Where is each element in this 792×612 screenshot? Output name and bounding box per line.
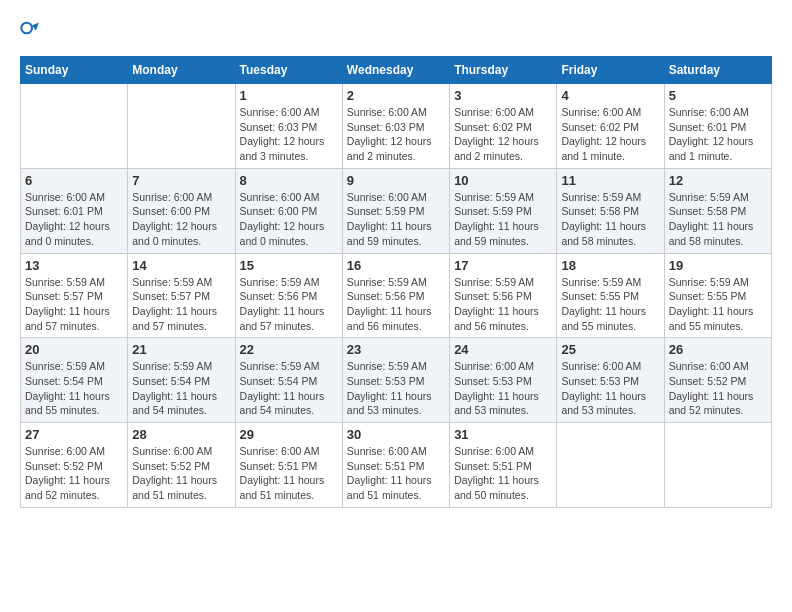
day-number: 28 (132, 427, 230, 442)
day-number: 13 (25, 258, 123, 273)
day-info: Sunrise: 6:00 AM Sunset: 5:53 PM Dayligh… (561, 359, 659, 418)
calendar-day-cell: 19Sunrise: 5:59 AM Sunset: 5:55 PM Dayli… (664, 253, 771, 338)
day-info: Sunrise: 6:00 AM Sunset: 6:03 PM Dayligh… (347, 105, 445, 164)
day-number: 18 (561, 258, 659, 273)
day-number: 3 (454, 88, 552, 103)
day-number: 9 (347, 173, 445, 188)
page-header (20, 20, 772, 40)
calendar-day-cell: 3Sunrise: 6:00 AM Sunset: 6:02 PM Daylig… (450, 84, 557, 169)
day-number: 12 (669, 173, 767, 188)
day-info: Sunrise: 6:00 AM Sunset: 5:51 PM Dayligh… (240, 444, 338, 503)
day-info: Sunrise: 6:00 AM Sunset: 6:00 PM Dayligh… (240, 190, 338, 249)
day-number: 21 (132, 342, 230, 357)
day-number: 7 (132, 173, 230, 188)
calendar-day-cell (21, 84, 128, 169)
calendar-day-cell: 31Sunrise: 6:00 AM Sunset: 5:51 PM Dayli… (450, 423, 557, 508)
calendar-day-cell: 28Sunrise: 6:00 AM Sunset: 5:52 PM Dayli… (128, 423, 235, 508)
day-info: Sunrise: 6:00 AM Sunset: 5:52 PM Dayligh… (25, 444, 123, 503)
header-wednesday: Wednesday (342, 57, 449, 84)
day-info: Sunrise: 6:00 AM Sunset: 5:51 PM Dayligh… (347, 444, 445, 503)
calendar-day-cell: 4Sunrise: 6:00 AM Sunset: 6:02 PM Daylig… (557, 84, 664, 169)
day-info: Sunrise: 6:00 AM Sunset: 5:59 PM Dayligh… (347, 190, 445, 249)
header-monday: Monday (128, 57, 235, 84)
day-info: Sunrise: 5:59 AM Sunset: 5:56 PM Dayligh… (347, 275, 445, 334)
header-saturday: Saturday (664, 57, 771, 84)
day-info: Sunrise: 6:00 AM Sunset: 6:01 PM Dayligh… (669, 105, 767, 164)
svg-marker-1 (32, 23, 39, 31)
calendar-table: Sunday Monday Tuesday Wednesday Thursday… (20, 56, 772, 508)
day-info: Sunrise: 5:59 AM Sunset: 5:57 PM Dayligh… (25, 275, 123, 334)
day-info: Sunrise: 5:59 AM Sunset: 5:56 PM Dayligh… (240, 275, 338, 334)
day-info: Sunrise: 6:00 AM Sunset: 5:52 PM Dayligh… (669, 359, 767, 418)
logo (20, 20, 44, 40)
day-number: 8 (240, 173, 338, 188)
calendar-day-cell: 14Sunrise: 5:59 AM Sunset: 5:57 PM Dayli… (128, 253, 235, 338)
day-number: 26 (669, 342, 767, 357)
day-info: Sunrise: 5:59 AM Sunset: 5:54 PM Dayligh… (25, 359, 123, 418)
day-number: 22 (240, 342, 338, 357)
calendar-day-cell: 9Sunrise: 6:00 AM Sunset: 5:59 PM Daylig… (342, 168, 449, 253)
calendar-day-cell: 23Sunrise: 5:59 AM Sunset: 5:53 PM Dayli… (342, 338, 449, 423)
calendar-day-cell: 12Sunrise: 5:59 AM Sunset: 5:58 PM Dayli… (664, 168, 771, 253)
day-info: Sunrise: 5:59 AM Sunset: 5:57 PM Dayligh… (132, 275, 230, 334)
calendar-day-cell: 20Sunrise: 5:59 AM Sunset: 5:54 PM Dayli… (21, 338, 128, 423)
day-number: 25 (561, 342, 659, 357)
logo-icon (20, 20, 40, 40)
calendar-day-cell: 26Sunrise: 6:00 AM Sunset: 5:52 PM Dayli… (664, 338, 771, 423)
calendar-day-cell (664, 423, 771, 508)
day-number: 17 (454, 258, 552, 273)
day-number: 15 (240, 258, 338, 273)
calendar-day-cell: 1Sunrise: 6:00 AM Sunset: 6:03 PM Daylig… (235, 84, 342, 169)
calendar-day-cell: 2Sunrise: 6:00 AM Sunset: 6:03 PM Daylig… (342, 84, 449, 169)
calendar-week-row: 20Sunrise: 5:59 AM Sunset: 5:54 PM Dayli… (21, 338, 772, 423)
day-number: 1 (240, 88, 338, 103)
day-number: 11 (561, 173, 659, 188)
calendar-day-cell: 30Sunrise: 6:00 AM Sunset: 5:51 PM Dayli… (342, 423, 449, 508)
calendar-day-cell: 16Sunrise: 5:59 AM Sunset: 5:56 PM Dayli… (342, 253, 449, 338)
day-info: Sunrise: 5:59 AM Sunset: 5:58 PM Dayligh… (561, 190, 659, 249)
day-info: Sunrise: 5:59 AM Sunset: 5:54 PM Dayligh… (132, 359, 230, 418)
day-number: 6 (25, 173, 123, 188)
day-info: Sunrise: 5:59 AM Sunset: 5:56 PM Dayligh… (454, 275, 552, 334)
day-info: Sunrise: 5:59 AM Sunset: 5:55 PM Dayligh… (561, 275, 659, 334)
calendar-day-cell: 29Sunrise: 6:00 AM Sunset: 5:51 PM Dayli… (235, 423, 342, 508)
day-number: 30 (347, 427, 445, 442)
calendar-day-cell (557, 423, 664, 508)
day-number: 14 (132, 258, 230, 273)
day-number: 2 (347, 88, 445, 103)
day-number: 23 (347, 342, 445, 357)
calendar-day-cell: 7Sunrise: 6:00 AM Sunset: 6:00 PM Daylig… (128, 168, 235, 253)
calendar-day-cell: 21Sunrise: 5:59 AM Sunset: 5:54 PM Dayli… (128, 338, 235, 423)
calendar-day-cell: 11Sunrise: 5:59 AM Sunset: 5:58 PM Dayli… (557, 168, 664, 253)
day-info: Sunrise: 5:59 AM Sunset: 5:59 PM Dayligh… (454, 190, 552, 249)
calendar-week-row: 13Sunrise: 5:59 AM Sunset: 5:57 PM Dayli… (21, 253, 772, 338)
calendar-day-cell: 6Sunrise: 6:00 AM Sunset: 6:01 PM Daylig… (21, 168, 128, 253)
day-info: Sunrise: 6:00 AM Sunset: 6:02 PM Dayligh… (561, 105, 659, 164)
day-info: Sunrise: 6:00 AM Sunset: 5:53 PM Dayligh… (454, 359, 552, 418)
day-info: Sunrise: 6:00 AM Sunset: 6:03 PM Dayligh… (240, 105, 338, 164)
day-number: 5 (669, 88, 767, 103)
day-number: 4 (561, 88, 659, 103)
calendar-day-cell: 8Sunrise: 6:00 AM Sunset: 6:00 PM Daylig… (235, 168, 342, 253)
day-info: Sunrise: 6:00 AM Sunset: 6:02 PM Dayligh… (454, 105, 552, 164)
day-info: Sunrise: 5:59 AM Sunset: 5:58 PM Dayligh… (669, 190, 767, 249)
calendar-day-cell: 17Sunrise: 5:59 AM Sunset: 5:56 PM Dayli… (450, 253, 557, 338)
calendar-week-row: 6Sunrise: 6:00 AM Sunset: 6:01 PM Daylig… (21, 168, 772, 253)
calendar-day-cell (128, 84, 235, 169)
day-number: 29 (240, 427, 338, 442)
calendar-day-cell: 10Sunrise: 5:59 AM Sunset: 5:59 PM Dayli… (450, 168, 557, 253)
day-info: Sunrise: 6:00 AM Sunset: 5:51 PM Dayligh… (454, 444, 552, 503)
day-info: Sunrise: 5:59 AM Sunset: 5:54 PM Dayligh… (240, 359, 338, 418)
day-number: 10 (454, 173, 552, 188)
day-number: 20 (25, 342, 123, 357)
header-thursday: Thursday (450, 57, 557, 84)
calendar-day-cell: 27Sunrise: 6:00 AM Sunset: 5:52 PM Dayli… (21, 423, 128, 508)
calendar-day-cell: 5Sunrise: 6:00 AM Sunset: 6:01 PM Daylig… (664, 84, 771, 169)
svg-point-0 (21, 23, 32, 34)
day-number: 24 (454, 342, 552, 357)
weekday-header-row: Sunday Monday Tuesday Wednesday Thursday… (21, 57, 772, 84)
calendar-day-cell: 15Sunrise: 5:59 AM Sunset: 5:56 PM Dayli… (235, 253, 342, 338)
header-friday: Friday (557, 57, 664, 84)
calendar-day-cell: 18Sunrise: 5:59 AM Sunset: 5:55 PM Dayli… (557, 253, 664, 338)
day-info: Sunrise: 6:00 AM Sunset: 6:00 PM Dayligh… (132, 190, 230, 249)
